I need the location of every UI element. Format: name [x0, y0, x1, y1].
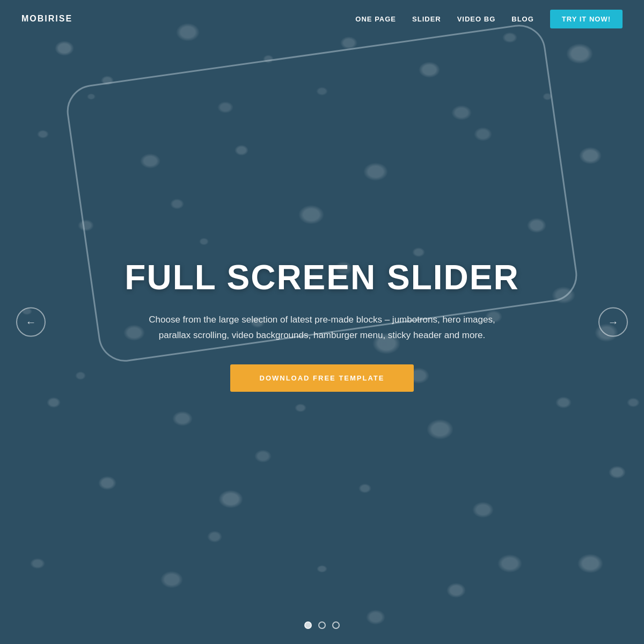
next-arrow-icon: → [608, 316, 619, 328]
slider-dot-3[interactable] [332, 621, 340, 629]
nav-link-one-page[interactable]: ONE PAGE [355, 15, 396, 23]
hero-title: FULL SCREEN SLIDER [125, 258, 519, 297]
nav-link-slider[interactable]: SLIDER [412, 15, 441, 23]
nav-link-blog[interactable]: BLOG [511, 15, 534, 23]
nav-links: ONE PAGE SLIDER VIDEO BG BLOG Try It Now… [355, 10, 623, 28]
navbar: MOBIRISE ONE PAGE SLIDER VIDEO BG BLOG T… [0, 0, 644, 38]
slider-prev-button[interactable]: ← [16, 308, 46, 337]
prev-arrow-icon: ← [26, 316, 36, 328]
nav-link-video-bg[interactable]: VIDEO BG [457, 15, 496, 23]
slider-dots [304, 621, 340, 629]
hero-cta-button[interactable]: DOWNLOAD FREE TEMPLATE [230, 364, 414, 392]
hero-content: FULL SCREEN SLIDER Choose from the large… [0, 5, 644, 644]
brand-logo[interactable]: MOBIRISE [21, 14, 72, 24]
slider-dot-1[interactable] [304, 621, 312, 629]
hero-section: MOBIRISE ONE PAGE SLIDER VIDEO BG BLOG T… [0, 0, 644, 644]
hero-subtitle: Choose from the large selection of lates… [145, 312, 499, 343]
nav-cta-button[interactable]: Try It Now! [550, 10, 623, 28]
slider-dot-2[interactable] [318, 621, 326, 629]
slider-next-button[interactable]: → [598, 308, 628, 337]
